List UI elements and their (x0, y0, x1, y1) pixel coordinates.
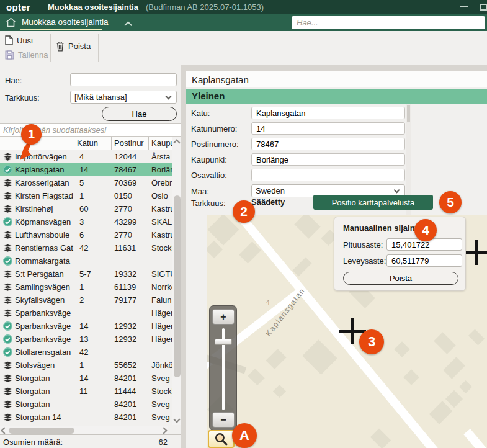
map-corner-road (463, 429, 487, 448)
remove-position-button[interactable]: Poista (343, 272, 458, 285)
table-row[interactable]: Skyfallsvägen 2 79177 Falun (0, 293, 172, 307)
verified-check-icon (3, 321, 12, 331)
table-row[interactable]: Sparbanksväge 14 12932 Hägerste (0, 320, 172, 333)
cell-street: Stollarensgatan (15, 346, 77, 359)
table-row[interactable]: Stolsvägen 1 55652 Jönköpin (0, 359, 172, 372)
magnifier-icon (213, 432, 229, 446)
home-button[interactable] (5, 17, 17, 28)
cell-number: 60 (77, 202, 113, 215)
table-row[interactable]: Köpmansvägen 3 43299 SKÄLLIN (0, 215, 172, 228)
cell-street: Köpmansvägen (15, 215, 77, 228)
accuracy-select[interactable]: [Mikä tahansa] (70, 91, 177, 104)
table-row[interactable]: Sparbanksväge Hägerste (0, 307, 172, 320)
state-field[interactable] (251, 169, 405, 181)
map-canvas[interactable]: Kaplansgatan 4 + − Manuaa (207, 215, 487, 448)
cell-city: Årsta (150, 150, 172, 163)
annotation-badge-2: 2 (233, 200, 255, 223)
street-field[interactable] (251, 107, 405, 119)
table-row[interactable]: Kirsten Flagstad 1 0150 Oslo (0, 189, 172, 202)
crosshair-marker (339, 330, 366, 333)
minimize-button[interactable] (456, 0, 472, 14)
column-header-city[interactable]: Kaupunki (149, 137, 172, 150)
street-number-field[interactable] (251, 122, 405, 135)
postal-code-field[interactable] (251, 138, 405, 150)
table-row[interactable]: Lufthavnsboule 6 2770 Kastrup (0, 228, 172, 241)
cell-street: Sparbanksväge (15, 333, 77, 346)
hit-count-label: Osumien määrä: (3, 437, 63, 447)
delete-button[interactable]: Poista (56, 41, 91, 52)
annotation-badge-3: 3 (359, 329, 384, 354)
chevron-down-icon (166, 94, 172, 100)
map-building (239, 241, 261, 263)
postal-code-label: Postinumero: (191, 140, 239, 149)
scroll-up-arrow[interactable] (173, 139, 180, 146)
global-search-input[interactable] (292, 16, 485, 29)
table-row[interactable]: Storgatan 14 84201 Sveg (0, 372, 172, 385)
table-row[interactable]: Renstiernas Gat 42 11631 Stockhol (0, 241, 172, 254)
cell-number: 1 (77, 280, 113, 293)
table-row[interactable]: Karosserigatan 5 70369 Örebro (0, 176, 172, 189)
column-header-number[interactable]: Katun (74, 137, 112, 150)
table-row[interactable]: Stollarensgatan 42 (0, 346, 172, 359)
vertical-scroll-thumb[interactable] (174, 195, 181, 377)
active-tab-underline (20, 29, 102, 30)
cell-postal: 43299 (113, 215, 150, 228)
save-floppy-icon (5, 50, 14, 60)
map-house-number-label: 4 (266, 299, 270, 306)
position-from-map-service-button[interactable]: Positio karttapalvelusta (313, 195, 433, 210)
table-row[interactable]: Storgatan 84201 Sveg (0, 398, 172, 411)
maximize-button[interactable] (475, 0, 487, 14)
city-field[interactable] (251, 153, 405, 166)
map-building (294, 215, 320, 239)
search-input[interactable] (70, 73, 177, 86)
cell-number: 42 (77, 346, 113, 359)
table-row[interactable]: Storgatan 11 11444 Stockhol (0, 385, 172, 398)
form-scroll-thumb[interactable] (407, 105, 410, 122)
new-button[interactable]: Uusi (5, 35, 33, 45)
cell-postal: 78467 (113, 163, 150, 176)
chevron-up-icon[interactable] (124, 21, 132, 29)
save-button[interactable]: Tallenna (5, 50, 48, 60)
table-horizontal-scrollbar[interactable] (0, 426, 168, 434)
zoom-slider-handle[interactable] (215, 339, 232, 345)
cell-postal: 2770 (113, 202, 150, 215)
zoom-out-button[interactable]: − (212, 412, 235, 428)
table-row[interactable]: Samlingsvägen 1 61139 Norrköpi (0, 280, 172, 293)
toolbar-separator (98, 34, 99, 62)
zoom-in-button[interactable]: + (212, 309, 235, 325)
cell-street: Lufthavnsboule (15, 228, 77, 241)
panel-divider[interactable] (181, 65, 186, 448)
cell-postal: 84201 (113, 398, 150, 411)
address-table: Importörvägen 4 12044 Årsta Kaplansgatan… (0, 150, 172, 424)
cell-city: SKÄLLIN (150, 215, 172, 228)
verified-check-icon (3, 165, 12, 174)
table-row[interactable]: Storgatan 14 84201 Sveg (0, 411, 172, 424)
magnifier-tool-button[interactable] (208, 430, 235, 448)
address-stack-icon (3, 244, 12, 253)
table-vertical-scrollbar[interactable] (172, 137, 181, 425)
column-header-postal[interactable]: Postinur (112, 137, 149, 150)
cell-postal: 61139 (113, 280, 150, 293)
horizontal-scroll-thumb[interactable] (9, 428, 74, 434)
latitude-field[interactable] (386, 254, 462, 267)
address-stack-icon (3, 387, 12, 396)
cell-postal: 19332 (113, 267, 150, 280)
annotation-badge-1: 1 (21, 124, 42, 145)
scroll-down-arrow[interactable] (173, 416, 180, 423)
toolbar: Uusi Tallenna Poista (0, 31, 487, 65)
table-row[interactable]: Sparbanksväge 13 12932 Hägerste (0, 333, 172, 346)
minimize-icon (460, 6, 468, 7)
table-row[interactable]: S:t Persgatan 5-7 19332 SIGTUNA (0, 267, 172, 280)
tab-muokkaa-osoitesijaintia[interactable]: Muokkaa osoitesijaintia (22, 17, 109, 27)
table-row[interactable]: Rommakargata (0, 254, 172, 267)
cell-number (77, 307, 113, 320)
cell-number: 14 (77, 163, 113, 176)
scroll-left-arrow[interactable] (1, 427, 7, 434)
table-row[interactable]: Kaplansgatan 14 78467 Borlänge (0, 163, 172, 176)
scroll-right-arrow[interactable] (160, 427, 167, 434)
window-subtitle: (Budfirman AB 2025.07-01.1053) (146, 2, 264, 12)
search-execute-button[interactable]: Hae (102, 107, 177, 121)
table-row[interactable]: Kirstinehøj 60 2770 Kastrup (0, 202, 172, 215)
cell-street: Storgatan (15, 398, 77, 411)
map-building (248, 369, 265, 386)
